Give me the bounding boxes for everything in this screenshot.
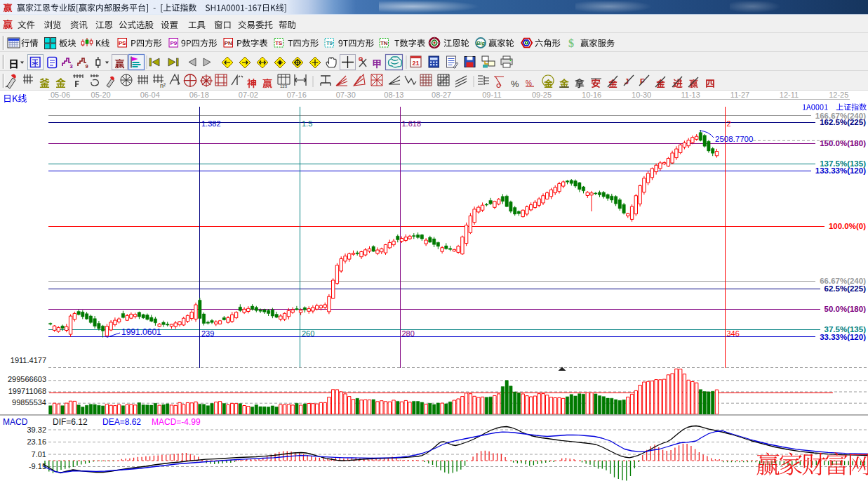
svg-text:33.33%(120): 33.33%(120) xyxy=(820,333,866,341)
svg-text:07-02: 07-02 xyxy=(239,91,258,99)
svg-text:07-30: 07-30 xyxy=(336,91,356,99)
svg-text:07-16: 07-16 xyxy=(287,91,307,99)
svg-text:10-30: 10-30 xyxy=(632,91,651,99)
svg-text:DIF=6.12: DIF=6.12 xyxy=(53,417,88,427)
svg-text:PN: PN xyxy=(225,40,232,46)
svg-text:62.5%(225): 62.5%(225) xyxy=(824,284,867,293)
svg-text:08-27: 08-27 xyxy=(432,91,451,99)
svg-text:05-20: 05-20 xyxy=(91,91,111,99)
svg-text:199711068: 199711068 xyxy=(8,387,46,395)
svg-text:10-16: 10-16 xyxy=(582,91,601,99)
svg-text:162.5%(225): 162.5%(225) xyxy=(820,118,866,126)
svg-text:$: $ xyxy=(568,37,574,49)
svg-text:n²: n² xyxy=(160,82,166,89)
svg-text:11-27: 11-27 xyxy=(730,91,749,99)
svg-text:21: 21 xyxy=(412,60,419,67)
svg-text:12-25: 12-25 xyxy=(829,91,848,99)
svg-text:239: 239 xyxy=(201,329,214,338)
svg-text:133.33%(120): 133.33%(120) xyxy=(815,166,866,175)
svg-text:1.5: 1.5 xyxy=(302,119,312,128)
svg-text:3: 3 xyxy=(70,63,73,70)
svg-text:9: 9 xyxy=(86,63,88,70)
svg-text:99855534: 99855534 xyxy=(12,398,46,407)
svg-text:PS: PS xyxy=(119,40,126,46)
svg-text:Big: Big xyxy=(476,40,486,46)
svg-text:260: 260 xyxy=(302,329,314,338)
svg-text:39.32: 39.32 xyxy=(27,426,46,434)
svg-text:123: 123 xyxy=(280,84,288,88)
svg-text:2508.7700: 2508.7700 xyxy=(715,135,753,143)
svg-text:12-11: 12-11 xyxy=(780,91,799,99)
svg-text:1911.4177: 1911.4177 xyxy=(11,356,46,364)
svg-text:DEA=8.62: DEA=8.62 xyxy=(102,417,141,427)
svg-text:1.382: 1.382 xyxy=(201,119,221,128)
svg-text:280: 280 xyxy=(402,329,415,338)
svg-text:T9: T9 xyxy=(326,40,333,46)
svg-text:1991.0601: 1991.0601 xyxy=(121,327,161,337)
svg-text:06-18: 06-18 xyxy=(189,91,209,99)
svg-text:%: % xyxy=(511,79,519,89)
svg-text:299566603: 299566603 xyxy=(8,375,46,383)
svg-text:100.0%(0): 100.0%(0) xyxy=(829,222,866,230)
svg-text:05-06: 05-06 xyxy=(51,91,70,99)
svg-text:7.01: 7.01 xyxy=(32,450,46,459)
svg-text:23.16: 23.16 xyxy=(27,437,46,446)
svg-text:09-25: 09-25 xyxy=(532,91,552,99)
svg-text:TN: TN xyxy=(380,40,388,46)
svg-text:346: 346 xyxy=(727,329,740,338)
svg-text:50.0%(180): 50.0%(180) xyxy=(824,305,867,313)
svg-text:06-04: 06-04 xyxy=(140,91,160,99)
svg-text:%: % xyxy=(526,79,532,87)
svg-text:1.618: 1.618 xyxy=(402,119,422,128)
svg-text:09-11: 09-11 xyxy=(482,91,501,99)
svg-text:08-13: 08-13 xyxy=(384,91,403,99)
svg-text:MACD: MACD xyxy=(3,417,28,427)
svg-text:TS: TS xyxy=(275,40,283,46)
svg-text:2: 2 xyxy=(727,119,731,128)
svg-text:MACD=-4.99: MACD=-4.99 xyxy=(152,417,201,427)
svg-text:11-13: 11-13 xyxy=(681,91,700,99)
svg-text:P9: P9 xyxy=(170,40,177,46)
